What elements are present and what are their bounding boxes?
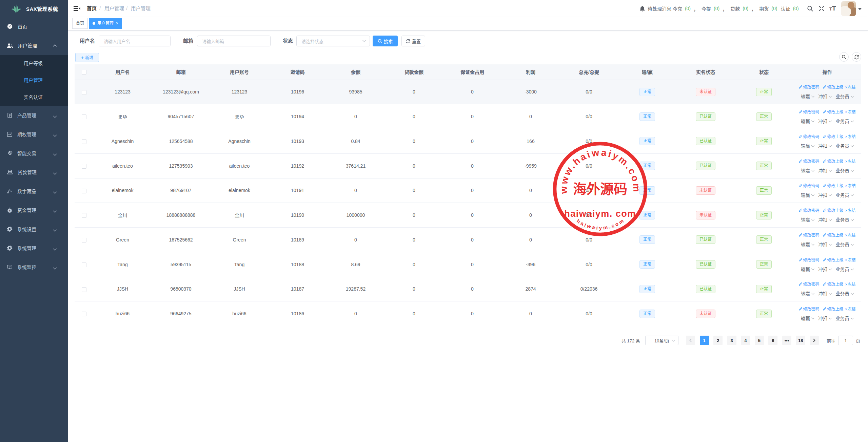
svg-text:haiwaiym. com: haiwaiym. com [564,209,636,219]
svg-text:haiwaiym.com: haiwaiym.com [576,218,625,231]
svg-text:海外源码: 海外源码 [573,182,627,197]
